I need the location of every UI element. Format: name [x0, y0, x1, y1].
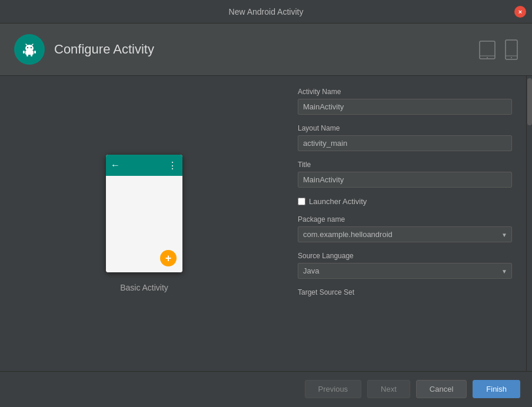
- scrollbar[interactable]: [526, 76, 532, 371]
- svg-point-16: [511, 57, 512, 58]
- activity-name-input[interactable]: [298, 99, 512, 115]
- title-input[interactable]: [298, 172, 512, 188]
- package-name-group: Package name com.example.helloandroid ▼: [298, 215, 512, 242]
- form-panel: Activity Name Layout Name Title Launcher…: [288, 76, 526, 371]
- svg-rect-10: [31, 54, 32, 56]
- header-title: Configure Activity: [54, 42, 154, 57]
- package-name-label: Package name: [298, 215, 512, 223]
- package-name-select[interactable]: com.example.helloandroid: [298, 226, 512, 242]
- activity-name-label: Activity Name: [298, 88, 512, 96]
- title-bar: New Android Activity ×: [0, 0, 532, 24]
- launcher-activity-label[interactable]: Launcher Activity: [309, 197, 367, 206]
- menu-dots-icon: ⋮: [168, 160, 178, 171]
- next-button[interactable]: Next: [367, 380, 410, 398]
- previous-button[interactable]: Previous: [305, 380, 362, 398]
- svg-point-3: [31, 47, 32, 48]
- preview-panel: ← ⋮ + Basic Activity: [0, 76, 288, 371]
- target-source-set-group: Target Source Set: [298, 288, 512, 296]
- phone-preview: ← ⋮ +: [106, 155, 182, 272]
- title-label: Title: [298, 161, 512, 169]
- window-title: New Android Activity: [229, 7, 304, 16]
- source-language-group: Source Language JavaKotlin ▼: [298, 252, 512, 279]
- title-group: Title: [298, 161, 512, 188]
- close-button[interactable]: ×: [514, 6, 526, 18]
- svg-rect-8: [34, 51, 36, 54]
- phone-body: +: [106, 176, 182, 272]
- fab-button-preview: +: [160, 250, 177, 266]
- layout-name-label: Layout Name: [298, 124, 512, 132]
- layout-name-group: Layout Name: [298, 124, 512, 151]
- launcher-activity-row: Launcher Activity: [298, 197, 512, 206]
- scroll-thumb[interactable]: [527, 78, 532, 125]
- cancel-button[interactable]: Cancel: [416, 380, 467, 398]
- svg-rect-9: [26, 54, 28, 56]
- activity-name-group: Activity Name: [298, 88, 512, 115]
- svg-point-2: [27, 47, 28, 48]
- finish-button[interactable]: Finish: [473, 380, 520, 398]
- svg-rect-14: [506, 40, 517, 59]
- svg-rect-7: [23, 51, 25, 54]
- svg-point-13: [487, 57, 488, 58]
- android-logo-icon: [14, 34, 45, 65]
- layout-name-input[interactable]: [298, 135, 512, 151]
- main-content: ← ⋮ + Basic Activity Activity Name Layou…: [0, 76, 532, 371]
- source-language-select-wrapper: JavaKotlin ▼: [298, 263, 512, 279]
- source-language-select[interactable]: JavaKotlin: [298, 263, 512, 279]
- header-section: Configure Activity: [0, 24, 532, 76]
- source-language-label: Source Language: [298, 252, 512, 260]
- svg-rect-6: [25, 51, 34, 55]
- back-arrow-icon: ←: [111, 160, 120, 171]
- package-name-select-wrapper: com.example.helloandroid ▼: [298, 226, 512, 242]
- device-icons: [479, 39, 518, 60]
- footer: Previous Next Cancel Finish: [0, 371, 532, 406]
- launcher-activity-checkbox[interactable]: [298, 198, 305, 205]
- target-source-set-label: Target Source Set: [298, 288, 512, 296]
- phone-toolbar: ← ⋮: [106, 155, 182, 176]
- preview-label: Basic Activity: [120, 283, 168, 292]
